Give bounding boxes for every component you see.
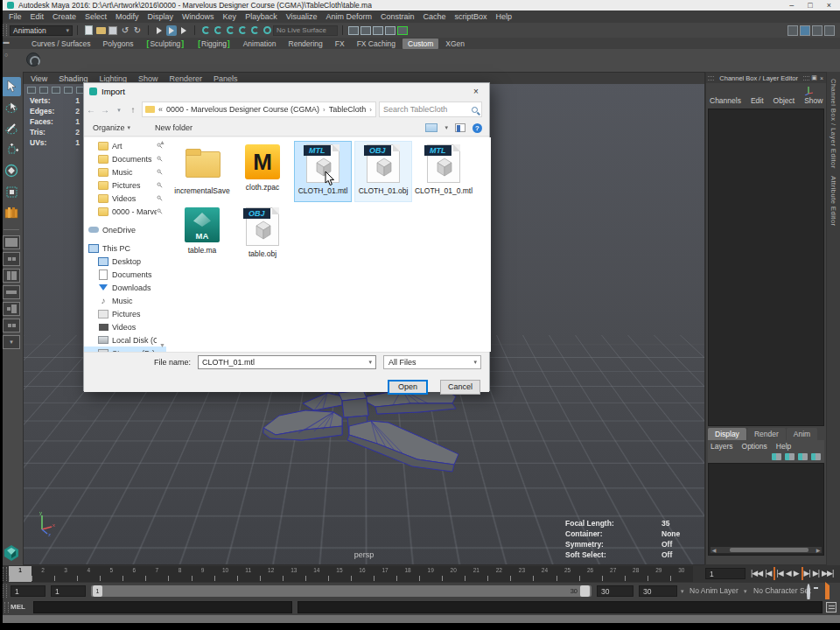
address-bar[interactable]: « 0000 - Marvelous Designer Course (CGMA… <box>142 102 376 117</box>
dialog-close-button[interactable]: × <box>463 87 489 96</box>
sidebar-item[interactable]: Local Disk (C:) <box>84 333 166 346</box>
file-item[interactable]: MTL CLOTH_01_0.mtl <box>415 141 472 202</box>
timeline-frame[interactable]: 12 <box>260 566 283 582</box>
menu-item[interactable]: Select <box>85 12 107 21</box>
minimize-button[interactable]: – <box>789 0 794 10</box>
menu-item[interactable]: Lighting <box>99 74 127 83</box>
layout-two-pane-side-button[interactable] <box>3 269 20 283</box>
rotate-tool[interactable] <box>2 161 21 180</box>
shelf-tab[interactable]: [Custom] <box>402 38 438 49</box>
timeline-frame[interactable]: 19 <box>419 566 442 582</box>
playback-start-field[interactable]: 1 <box>51 585 86 597</box>
shelf-tab[interactable]: [FX] <box>330 38 350 49</box>
snap-curve-button[interactable] <box>213 25 223 36</box>
redo-button[interactable]: ↻ <box>132 25 143 36</box>
command-input[interactable] <box>33 601 292 613</box>
timeline-frame[interactable]: 29 <box>648 566 670 582</box>
timeline-frame[interactable]: 13 <box>283 566 305 582</box>
sidebar-item[interactable]: Pictures <box>84 307 166 320</box>
timeline-frame[interactable]: 17 <box>374 566 396 582</box>
menu-item[interactable]: Key <box>223 12 237 21</box>
breadcrumb-segment[interactable]: 0000 - Marvelous Designer Course (CGMA)› <box>166 105 329 114</box>
menu-item[interactable]: Create <box>52 12 76 21</box>
close-panel-icon[interactable]: × <box>820 75 823 81</box>
timeline-ruler[interactable]: 1234567891011121314151617181920212223242… <box>9 566 693 582</box>
scroll-right-icon[interactable]: ▶ <box>815 547 822 553</box>
two-sided-lighting-icon[interactable] <box>64 87 73 94</box>
menu-item[interactable]: Layers <box>710 442 733 451</box>
snap-projected-center-button[interactable] <box>237 25 248 36</box>
timeline-frame[interactable]: 24 <box>533 566 556 582</box>
playback-button[interactable]: ▶| <box>802 567 810 580</box>
menu-item[interactable]: Windows <box>182 12 214 21</box>
timeline-frame[interactable]: 11 <box>237 566 260 582</box>
shelf-tab[interactable]: [Rigging] <box>192 38 236 49</box>
snap-point-button[interactable] <box>225 25 235 36</box>
menu-item[interactable]: Edit <box>751 96 764 105</box>
menu-item[interactable]: Modify <box>116 12 139 21</box>
horizontal-scrollbar[interactable]: ◀ ▶ <box>710 547 822 553</box>
menu-item[interactable]: Show <box>138 74 158 83</box>
maximize-button[interactable]: □ <box>808 0 812 10</box>
menu-item[interactable]: Show <box>804 96 822 105</box>
playback-button[interactable]: |◀ <box>774 567 782 580</box>
shelf-tab[interactable]: [Sculpting] <box>141 38 191 49</box>
playback-button[interactable]: ◀ <box>786 567 791 580</box>
menu-item[interactable]: Cache <box>424 12 446 21</box>
help-button[interactable]: ? <box>472 123 482 133</box>
menu-item[interactable]: Channels <box>710 96 741 105</box>
drag-grip[interactable] <box>708 76 714 80</box>
current-frame-field[interactable]: 1 <box>705 568 746 579</box>
layer-editor-tab[interactable]: Render <box>747 428 786 440</box>
playback-button[interactable]: |◀ <box>765 567 771 580</box>
up-button[interactable]: ↑ <box>126 105 140 115</box>
close-button[interactable]: × <box>827 0 831 10</box>
new-scene-button[interactable] <box>83 25 94 36</box>
separator[interactable] <box>148 25 149 35</box>
layout-outliner-persp-button[interactable] <box>3 318 20 332</box>
timeline-frame[interactable]: 18 <box>396 566 419 582</box>
menu-item[interactable]: Constrain <box>381 12 415 21</box>
drag-grip[interactable] <box>3 24 7 37</box>
render-view-button[interactable] <box>348 26 359 35</box>
shelf-tab[interactable]: [Rendering] <box>284 38 328 49</box>
timeline-frame[interactable]: 3 <box>54 566 77 582</box>
dialog-title-bar[interactable]: Import × <box>84 83 489 100</box>
move-layer-up-icon[interactable] <box>772 453 781 460</box>
menu-item[interactable]: Display <box>148 12 174 21</box>
file-item[interactable]: M cloth.zpac <box>234 141 291 202</box>
layout-single-pane-button[interactable] <box>3 235 20 249</box>
auto-keyframe-toggle[interactable] <box>807 585 818 597</box>
camera-icon[interactable] <box>27 87 36 94</box>
chevron-down-icon[interactable]: ▾ <box>444 124 448 131</box>
select-object-button[interactable] <box>166 25 177 36</box>
playback-button[interactable]: ▶▶| <box>822 567 833 580</box>
shelf-tab[interactable]: [Curves / Surfaces] <box>26 38 96 49</box>
bookmark-icon[interactable] <box>39 87 48 94</box>
timeline-frame[interactable]: 8 <box>168 566 191 582</box>
sidebar-item[interactable]: Videos <box>84 192 166 205</box>
menu-item[interactable]: Shading <box>59 74 88 83</box>
preview-pane-button[interactable] <box>455 123 466 132</box>
menu-item[interactable]: Options <box>742 442 767 451</box>
shelf-tab[interactable]: [Animation] <box>238 38 282 49</box>
timeline-frame[interactable]: 30 <box>670 566 693 582</box>
ipr-render-button[interactable] <box>373 26 383 35</box>
image-plane-icon[interactable] <box>52 87 60 94</box>
timeline-frame[interactable]: 22 <box>487 566 510 582</box>
timeline-frame[interactable]: 6 <box>122 566 145 582</box>
snap-view-plane-button[interactable] <box>249 25 260 36</box>
playback-button[interactable]: ▶| <box>813 567 819 580</box>
shelf-item-icon[interactable] <box>26 52 40 66</box>
undock-icon[interactable]: ▣ <box>811 74 817 81</box>
sidebar-item[interactable]: 0000 - Marvel <box>84 205 166 218</box>
layout-four-pane-button[interactable] <box>3 252 20 266</box>
menu-item[interactable]: Visualize <box>286 12 318 21</box>
toggle-modeling-toolkit-button[interactable] <box>788 25 798 36</box>
file-item[interactable]: incrementalSave <box>173 141 231 202</box>
timeline-frame[interactable]: 26 <box>579 566 602 582</box>
timeline-frame[interactable]: 5 <box>100 566 122 582</box>
timeline-frame[interactable]: 25 <box>556 566 579 582</box>
animation-end-field[interactable]: 30 <box>639 585 677 597</box>
last-tool-used[interactable] <box>2 203 21 222</box>
